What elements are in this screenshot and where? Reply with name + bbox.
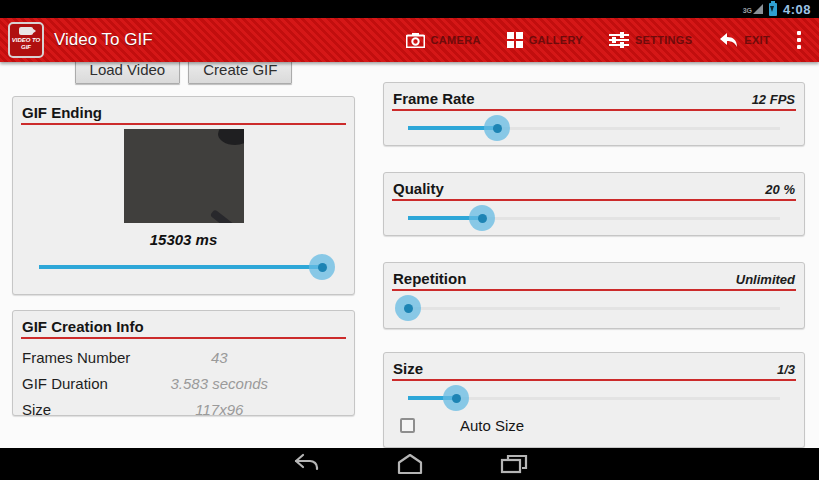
recents-button[interactable] xyxy=(497,451,531,477)
quality-title: Quality xyxy=(393,180,444,197)
size-label: Size xyxy=(13,401,51,418)
page-title: Video To GIF xyxy=(54,30,153,50)
gallery-button[interactable]: GALLERY xyxy=(494,18,596,62)
quality-value: 20 % xyxy=(765,182,795,197)
status-bar: 3G 4:08 xyxy=(0,0,819,18)
frames-number-value: 43 xyxy=(143,349,296,366)
system-nav-bar xyxy=(0,448,819,480)
frame-rate-slider[interactable] xyxy=(408,111,780,145)
exit-button[interactable]: EXIT xyxy=(705,18,783,62)
info-row-frames: Frames Number 43 xyxy=(13,344,354,370)
overflow-menu-button[interactable] xyxy=(783,18,813,62)
red-divider xyxy=(21,123,346,125)
frame-rate-value: 12 FPS xyxy=(752,92,795,107)
repetition-slider[interactable] xyxy=(408,291,780,325)
gif-ending-preview-image xyxy=(124,129,244,223)
auto-size-row: Auto Size xyxy=(400,417,804,434)
size-slider[interactable] xyxy=(408,381,780,415)
signal-strength-icon xyxy=(753,4,763,14)
gif-ending-title: GIF Ending xyxy=(22,104,102,121)
settings-icon xyxy=(609,31,629,49)
settings-button[interactable]: SETTINGS xyxy=(596,18,705,62)
camera-icon xyxy=(406,33,425,48)
size-value: 117x96 xyxy=(143,401,296,418)
size-value-fraction: 1/3 xyxy=(777,362,795,377)
action-bar: VIDEO TO GIF Video To GIF CAMERA GALLERY xyxy=(0,18,819,62)
frame-rate-title: Frame Rate xyxy=(393,90,475,107)
status-clock: 4:08 xyxy=(783,2,811,17)
gif-ending-slider[interactable] xyxy=(39,250,328,284)
network-type-label: 3G xyxy=(743,7,752,14)
action-bar-actions: CAMERA GALLERY SETTINGS EXIT xyxy=(393,18,813,62)
frame-rate-panel: Frame Rate 12 FPS xyxy=(383,82,805,146)
home-button[interactable] xyxy=(393,451,427,477)
gif-ending-panel: GIF Ending xyxy=(12,96,355,295)
gallery-icon xyxy=(507,32,523,48)
home-icon xyxy=(395,452,425,476)
battery-charging-icon xyxy=(769,3,777,16)
info-row-duration: GIF Duration 3.583 seconds xyxy=(13,370,354,396)
recents-icon xyxy=(499,452,529,476)
repetition-slider-thumb[interactable] xyxy=(395,295,421,321)
app-screen: 3G 4:08 VIDEO TO GIF Video To GIF CAMERA… xyxy=(0,0,819,480)
size-panel: Size 1/3 Auto Size xyxy=(383,352,805,448)
app-logo-icon: VIDEO TO GIF xyxy=(8,22,44,58)
frames-number-label: Frames Number xyxy=(13,349,130,366)
gif-duration-value: 3.583 seconds xyxy=(143,375,296,392)
gif-duration-label: GIF Duration xyxy=(13,375,108,392)
auto-size-checkbox[interactable] xyxy=(400,418,415,433)
quality-slider-thumb[interactable] xyxy=(469,205,495,231)
back-icon xyxy=(291,452,321,476)
auto-size-label: Auto Size xyxy=(460,417,524,434)
size-title: Size xyxy=(393,360,423,377)
gif-ending-position-label: 15303 ms xyxy=(13,231,354,248)
gif-creation-info-title: GIF Creation Info xyxy=(22,318,144,335)
back-button[interactable] xyxy=(289,451,323,477)
app-logo-text: VIDEO TO GIF xyxy=(10,37,42,51)
network-indicator: 3G xyxy=(743,4,763,14)
repetition-title: Repetition xyxy=(393,270,466,287)
gif-ending-slider-thumb[interactable] xyxy=(309,254,335,280)
repetition-value: Unlimited xyxy=(736,272,795,287)
gif-creation-info-panel: GIF Creation Info Frames Number 43 GIF D… xyxy=(12,310,355,416)
gallery-label: GALLERY xyxy=(529,34,583,46)
repetition-panel: Repetition Unlimited xyxy=(383,262,805,329)
frame-rate-slider-thumb[interactable] xyxy=(484,115,510,141)
exit-icon xyxy=(718,32,738,48)
quality-slider[interactable] xyxy=(408,201,780,235)
camera-button[interactable]: CAMERA xyxy=(393,18,494,62)
quality-panel: Quality 20 % xyxy=(383,172,805,236)
exit-label: EXIT xyxy=(744,34,770,46)
camera-label: CAMERA xyxy=(431,34,481,46)
settings-label: SETTINGS xyxy=(635,34,692,46)
info-row-size: Size 117x96 xyxy=(13,396,354,422)
size-slider-thumb[interactable] xyxy=(443,385,469,411)
